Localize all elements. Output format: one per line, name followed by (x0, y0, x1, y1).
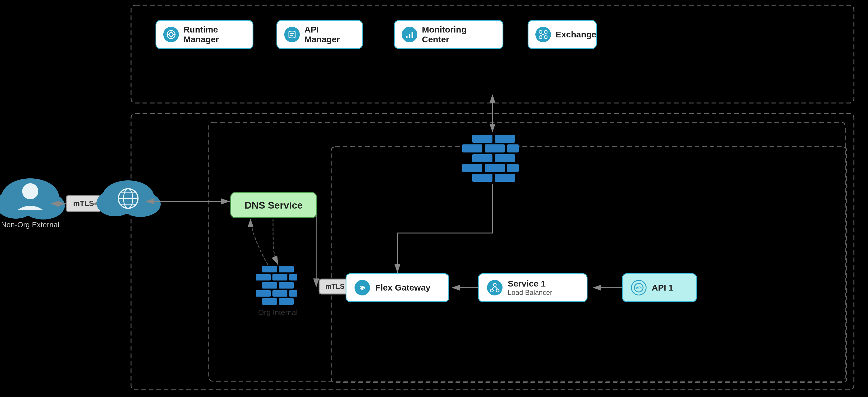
svg-rect-15 (495, 154, 515, 162)
svg-rect-3 (331, 147, 847, 383)
svg-point-36 (22, 183, 38, 199)
exchange-box: Exchange (528, 20, 597, 49)
svg-point-64 (539, 36, 542, 38)
dns-service-box: DNS Service (230, 192, 317, 218)
svg-point-70 (496, 289, 499, 292)
svg-text:API: API (636, 286, 642, 290)
runtime-manager-icon (163, 27, 179, 42)
svg-text:mTLS: mTLS (73, 199, 94, 208)
svg-rect-25 (289, 274, 297, 280)
svg-point-63 (544, 31, 547, 33)
svg-rect-22 (279, 266, 294, 272)
api1-box: API API 1 (622, 273, 697, 302)
svg-rect-14 (472, 154, 492, 162)
svg-rect-9 (472, 135, 492, 143)
monitoring-center-icon (402, 27, 417, 42)
service-load-balancer-box: Service 1 Load Balancer (478, 273, 588, 302)
svg-rect-59 (406, 36, 407, 38)
svg-rect-18 (507, 164, 519, 172)
monitoring-center-box: Monitoring Center (394, 20, 503, 49)
svg-rect-30 (289, 290, 297, 297)
svg-text:Org Internal: Org Internal (258, 308, 298, 317)
diagram-container: mTLS mTLS Non-Org External Org Interna (0, 0, 868, 397)
svg-rect-32 (279, 298, 294, 305)
svg-point-65 (544, 36, 547, 38)
svg-point-42 (96, 190, 134, 216)
svg-point-67 (361, 286, 364, 289)
svg-rect-23 (256, 274, 271, 280)
api-manager-box: API Manager (276, 20, 363, 49)
svg-point-69 (491, 289, 493, 292)
api-manager-label: API Manager (304, 25, 355, 44)
svg-rect-24 (273, 274, 287, 280)
svg-rect-0 (131, 5, 854, 103)
svg-text:Non-Org External: Non-Org External (1, 220, 59, 229)
load-balancer-icon (487, 280, 502, 295)
monitoring-center-label: Monitoring Center (422, 25, 496, 44)
svg-rect-21 (262, 266, 277, 272)
svg-rect-17 (485, 164, 505, 172)
flex-gateway-label: Flex Gateway (375, 283, 431, 293)
svg-rect-60 (409, 34, 410, 38)
exchange-icon (535, 27, 551, 42)
svg-rect-20 (495, 174, 515, 182)
service-label: Service 1 (508, 279, 552, 289)
svg-rect-19 (472, 174, 492, 182)
svg-rect-28 (256, 290, 271, 297)
svg-rect-31 (262, 298, 277, 305)
flex-gateway-icon (354, 280, 370, 295)
load-balancer-label: Load Balancer (508, 289, 552, 297)
svg-rect-1 (131, 113, 854, 390)
svg-rect-13 (507, 144, 519, 153)
flex-gateway-box: Flex Gateway (346, 273, 449, 302)
api-manager-icon (284, 27, 300, 42)
runtime-manager-label: Runtime Manager (183, 25, 246, 44)
runtime-manager-box: Runtime Manager (156, 20, 253, 49)
arrows-layer: mTLS mTLS Non-Org External Org Interna (0, 0, 868, 397)
svg-rect-37 (66, 196, 101, 212)
svg-rect-11 (462, 144, 483, 153)
api1-label: API 1 (652, 283, 673, 293)
api-icon: API (631, 280, 647, 295)
svg-point-35 (22, 192, 65, 220)
svg-point-44 (118, 189, 138, 208)
svg-rect-27 (279, 282, 294, 289)
svg-point-62 (539, 31, 542, 33)
exchange-label: Exchange (556, 30, 596, 39)
svg-rect-10 (495, 135, 515, 143)
svg-rect-29 (273, 290, 287, 297)
svg-text:mTLS: mTLS (326, 283, 345, 290)
svg-point-33 (1, 178, 59, 216)
svg-point-45 (124, 189, 133, 208)
svg-rect-61 (411, 32, 413, 38)
svg-point-58 (169, 33, 173, 37)
svg-point-34 (0, 190, 36, 219)
svg-rect-12 (485, 144, 505, 153)
dns-service-label: DNS Service (245, 200, 303, 211)
svg-rect-26 (262, 282, 277, 289)
svg-point-68 (493, 284, 496, 286)
svg-point-43 (120, 192, 161, 217)
svg-rect-16 (462, 164, 483, 172)
svg-rect-2 (209, 122, 845, 381)
svg-point-41 (102, 180, 154, 214)
